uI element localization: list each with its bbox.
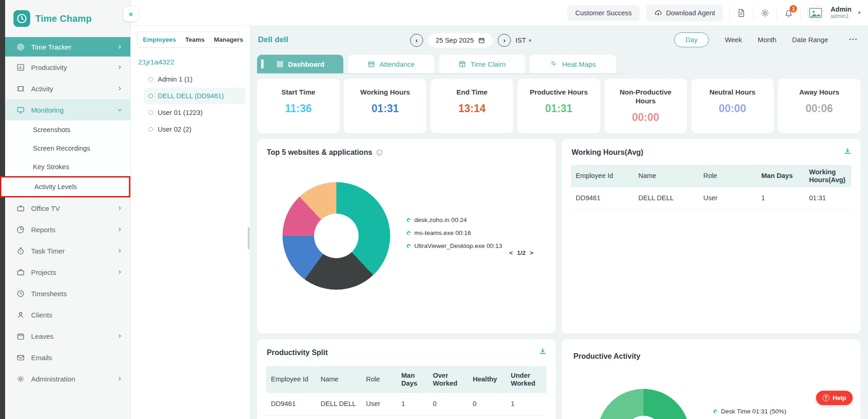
sidebar-item-activity[interactable]: Activity	[5, 78, 130, 99]
user-info[interactable]: Admin admin1	[830, 6, 851, 19]
range-date-range[interactable]: Date Range	[792, 36, 828, 44]
gear-icon	[16, 375, 25, 383]
table-row[interactable]: DD9461 DELL DELL User 1 0 0 1	[266, 393, 547, 416]
download-agent-label: Download Agent	[666, 9, 715, 17]
sidebar-subitem-activity-levels[interactable]: Activity Levels	[1, 178, 129, 196]
sidebar-item-label: Activity	[31, 85, 110, 93]
column-header[interactable]: Role	[699, 169, 757, 183]
sidebar-item-label: Productivity	[31, 63, 110, 71]
column-header[interactable]: Healthy	[468, 373, 506, 386]
gear-icon[interactable]	[760, 8, 770, 18]
column-header[interactable]: Name	[634, 169, 699, 183]
sidebar-item-leaves[interactable]: Leaves	[5, 325, 130, 347]
tab-employees[interactable]: Employees	[143, 36, 176, 43]
employee-list-item[interactable]: User 01 (1223)	[144, 104, 245, 121]
employee-list-item-selected[interactable]: DELL DELL (DD9461)	[144, 88, 245, 104]
timezone-label: IST	[515, 37, 526, 44]
employee-group-title[interactable]: 21jr1a4322	[138, 58, 250, 66]
customer-success-button[interactable]: Customer Success	[567, 5, 640, 21]
cloud-download-icon	[654, 9, 662, 17]
stat-label: Working Hours	[360, 88, 410, 97]
document-icon[interactable]	[736, 8, 746, 18]
legend-item: UltraViewer_Desktop.exe 00:13	[407, 242, 502, 249]
bottom-row: Productivity Split Employee Id Name Role…	[257, 339, 861, 419]
timezone-selector[interactable]: IST ▾	[515, 37, 531, 44]
download-icon[interactable]	[538, 347, 547, 356]
sidebar-item-label: Task Timer	[31, 247, 110, 255]
previous-day-button[interactable]: ‹	[410, 34, 423, 47]
sidebar-item-emails[interactable]: Emails	[5, 347, 130, 368]
sidebar-item-projects[interactable]: Projects	[5, 261, 130, 283]
tab-heat-maps[interactable]: Heat Maps	[530, 55, 616, 73]
sidebar-item-timesheets[interactable]: Timesheets	[5, 283, 130, 304]
sidebar-item-label: Emails	[31, 354, 123, 362]
cell-employee-id: DD9461	[571, 191, 634, 205]
pagination-prev-icon[interactable]: <	[509, 249, 513, 256]
scrollbar-thumb[interactable]	[248, 227, 250, 249]
sidebar-subitem-screen-recordings[interactable]: Screen Recordings	[5, 139, 130, 158]
sidebar-item-administration[interactable]: Administration	[5, 368, 130, 389]
help-button[interactable]: ? Help	[816, 391, 853, 405]
sidebar-item-task-timer[interactable]: Task Timer	[5, 240, 130, 261]
column-header[interactable]: Under Worked	[506, 369, 547, 391]
more-options-icon[interactable]: ···	[849, 35, 858, 44]
sidebar-item-label: Leaves	[31, 332, 110, 340]
employee-list-item[interactable]: User 02 (2)	[144, 121, 245, 138]
sidebar-item-label: Monitoring	[31, 106, 110, 114]
range-day[interactable]: Day	[674, 32, 709, 47]
next-day-button[interactable]: ›	[498, 34, 511, 47]
tab-dashboard[interactable]: Dashboard	[257, 55, 343, 73]
employee-list-item[interactable]: Admin 1 (1)	[144, 71, 245, 88]
sidebar-item-time-tracker[interactable]: Time Tracker	[5, 37, 130, 57]
legend-item: desk.zoho.in 00:24	[407, 216, 502, 223]
pagination-next-icon[interactable]: >	[530, 249, 534, 256]
selected-date: 25 Sep 2025	[436, 37, 474, 44]
range-month[interactable]: Month	[758, 36, 776, 44]
column-header[interactable]: Employee Id	[571, 169, 634, 183]
download-agent-button[interactable]: Download Agent	[646, 5, 723, 21]
profile-caret-icon[interactable]: ▾	[858, 10, 861, 16]
stat-value: 01:31	[372, 102, 399, 115]
download-icon[interactable]	[843, 146, 852, 156]
table-row[interactable]: DD9461 DELL DELL User 1 01:31	[571, 187, 851, 210]
info-icon[interactable]	[376, 149, 383, 156]
column-header[interactable]: Man Days	[397, 369, 428, 391]
top5-title: Top 5 websites & applications	[267, 148, 372, 157]
sidebar-item-label: Office TV	[31, 204, 110, 212]
user-avatar[interactable]	[807, 5, 824, 21]
card-title-row: Top 5 websites & applications	[267, 148, 383, 157]
sidebar-item-office-tv[interactable]: Office TV	[5, 197, 130, 219]
table-header-row: Employee Id Name Role Man Days Over Work…	[266, 366, 547, 393]
date-picker[interactable]: 25 Sep 2025	[428, 32, 493, 48]
cell-role: User	[361, 397, 397, 411]
sidebar-subitem-key-strokes[interactable]: Key Strokes	[5, 158, 130, 176]
sidebar-item-productivity[interactable]: Productivity	[5, 57, 130, 78]
column-header[interactable]: Over Worked	[428, 369, 468, 391]
user-name: Admin	[830, 6, 851, 13]
stat-value: 13:14	[458, 102, 486, 115]
notification-bell-icon[interactable]: 1	[784, 8, 794, 18]
tab-time-claim[interactable]: Time Claim	[439, 55, 525, 73]
sidebar-item-monitoring[interactable]: Monitoring	[5, 99, 130, 121]
chevron-right-icon	[116, 248, 123, 254]
left-edge-strip	[0, 0, 5, 419]
sidebar-subitem-screenshots[interactable]: Screenshots	[5, 121, 130, 139]
sidebar-collapse-button[interactable]: «	[123, 6, 138, 21]
column-header[interactable]: Working Hours(Avg)	[804, 165, 851, 187]
sidebar-item-clients[interactable]: Clients	[5, 304, 130, 325]
range-week[interactable]: Week	[725, 36, 742, 44]
stat-label: Away Hours	[799, 88, 839, 97]
column-header[interactable]: Role	[361, 373, 397, 386]
tab-managers[interactable]: Managers	[214, 36, 243, 43]
column-header[interactable]: Man Days	[757, 169, 804, 183]
employee-name: User 02 (2)	[158, 126, 192, 133]
stat-card-away-hours: Away Hours 00:06	[778, 79, 861, 133]
productive-activity-donut-chart	[597, 389, 690, 419]
legend-bullet-icon	[406, 217, 411, 222]
tab-teams[interactable]: Teams	[185, 36, 205, 43]
sidebar-item-reports[interactable]: Reports	[5, 219, 130, 240]
stats-row: Start Time 11:36 Working Hours 01:31 End…	[257, 79, 861, 133]
tab-attendance[interactable]: Attendance	[348, 55, 434, 73]
column-header[interactable]: Name	[316, 373, 361, 386]
column-header[interactable]: Employee Id	[266, 373, 316, 386]
